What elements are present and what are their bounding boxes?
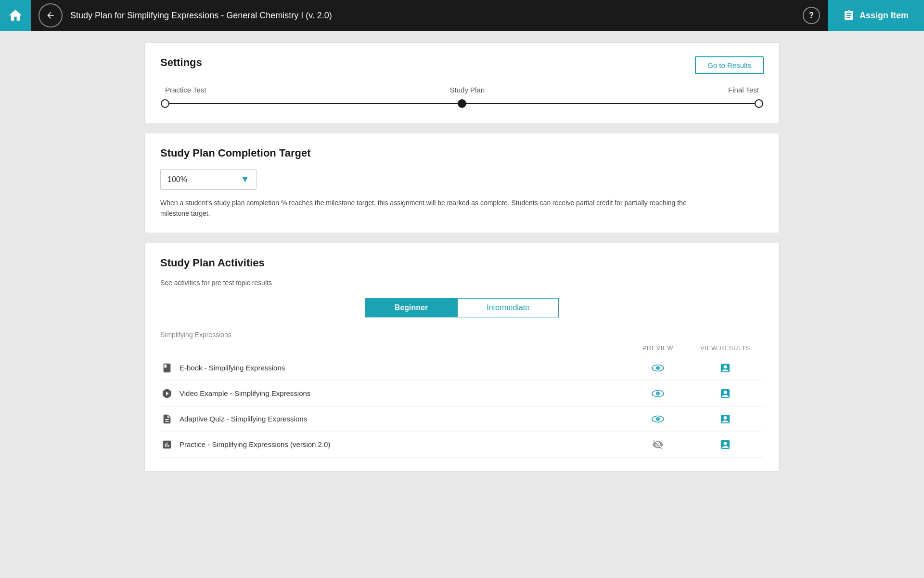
- slider-dot-practice: [161, 99, 169, 108]
- completion-target-card: Study Plan Completion Target 100% ▼ When…: [144, 133, 780, 233]
- activity-name-ebook: E-book - Simplifying Expressions: [160, 361, 629, 375]
- tabs-container: Beginner Intermediate: [160, 298, 764, 317]
- back-button[interactable]: [38, 3, 63, 27]
- activity-name-video: Video Example - Simplifying Expressions: [160, 387, 629, 400]
- back-arrow-icon: [46, 11, 55, 20]
- svg-point-2: [657, 367, 658, 368]
- svg-point-5: [657, 393, 658, 394]
- chevron-down-icon: ▼: [241, 174, 249, 184]
- svg-point-8: [657, 418, 658, 420]
- settings-card: Settings Go to Results Practice Test Stu…: [144, 42, 780, 123]
- page-title: Study Plan for Simplifying Expressions -…: [70, 11, 803, 21]
- ebook-icon: [160, 361, 174, 375]
- activity-name-quiz: Adaptive Quiz - Simplifying Expressions: [160, 412, 629, 426]
- activities-title: Study Plan Activities: [160, 257, 764, 269]
- activities-card: Study Plan Activities See activities for…: [144, 243, 780, 472]
- activities-subtitle: See activities for pre test topic result…: [160, 279, 764, 287]
- results-ebook[interactable]: [687, 362, 764, 374]
- slider-label-practice: Practice Test: [165, 86, 206, 94]
- completion-target-title: Study Plan Completion Target: [160, 147, 764, 159]
- dropdown-value: 100%: [167, 175, 187, 184]
- home-button[interactable]: [0, 0, 31, 31]
- slider-labels: Practice Test Study Plan Final Test: [165, 86, 759, 94]
- practice-icon: [160, 438, 174, 451]
- activity-label-practice: Practice - Simplifying Expressions (vers…: [180, 440, 330, 448]
- assign-item-button[interactable]: Assign Item: [828, 0, 924, 31]
- table-row: E-book - Simplifying Expressions: [160, 355, 764, 381]
- activity-name-practice: Practice - Simplifying Expressions (vers…: [160, 438, 629, 451]
- slider-track-wrapper: [165, 98, 759, 109]
- preview-quiz[interactable]: [629, 415, 687, 423]
- preview-practice[interactable]: [629, 439, 687, 450]
- table-row: Adaptive Quiz - Simplifying Expressions: [160, 407, 764, 432]
- tab-beginner[interactable]: Beginner: [365, 298, 457, 317]
- slider-dot-study: [458, 99, 466, 108]
- tab-intermediate[interactable]: Intermediate: [457, 298, 559, 317]
- activity-label-quiz: Adaptive Quiz - Simplifying Expressions: [180, 415, 307, 423]
- header: Study Plan for Simplifying Expressions -…: [0, 0, 924, 31]
- go-to-results-button[interactable]: Go to Results: [695, 56, 764, 74]
- activities-section-title: Simplifying Expressions: [160, 331, 764, 339]
- step-slider[interactable]: Practice Test Study Plan Final Test: [160, 86, 764, 109]
- preview-video[interactable]: [629, 389, 687, 398]
- settings-header: Settings Go to Results: [160, 56, 764, 74]
- slider-dot-final: [755, 99, 763, 108]
- results-quiz[interactable]: [687, 413, 764, 425]
- preview-ebook[interactable]: [629, 364, 687, 372]
- col-preview: PREVIEW: [629, 344, 687, 352]
- quiz-icon: [160, 412, 174, 426]
- completion-description: When a student's study plan completion %…: [160, 197, 690, 219]
- assign-label: Assign Item: [860, 11, 909, 21]
- completion-target-dropdown[interactable]: 100% ▼: [160, 169, 257, 190]
- table-row: Practice - Simplifying Expressions (vers…: [160, 432, 764, 458]
- slider-label-study: Study Plan: [450, 86, 485, 94]
- results-practice[interactable]: [687, 439, 764, 450]
- table-row: Video Example - Simplifying Expressions: [160, 381, 764, 407]
- activity-label-video: Video Example - Simplifying Expressions: [180, 389, 310, 397]
- col-results: VIEW RESULTS: [687, 344, 764, 352]
- settings-title: Settings: [160, 56, 202, 69]
- main-content: Settings Go to Results Practice Test Stu…: [0, 31, 924, 493]
- table-header: PREVIEW VIEW RESULTS: [160, 342, 764, 354]
- slider-label-final: Final Test: [728, 86, 759, 94]
- activity-label-ebook: E-book - Simplifying Expressions: [180, 364, 285, 372]
- video-icon: [160, 387, 174, 400]
- home-icon: [8, 8, 23, 23]
- assign-icon: [843, 10, 855, 21]
- help-button[interactable]: ?: [803, 7, 820, 24]
- col-name: [160, 344, 629, 352]
- results-video[interactable]: [687, 388, 764, 399]
